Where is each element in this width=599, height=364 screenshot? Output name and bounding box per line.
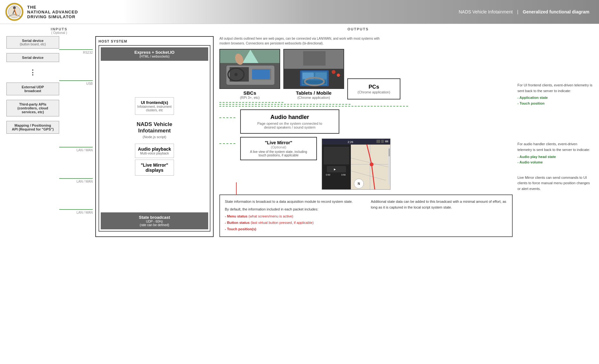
audio-handler-desc: Page opened on the system connected tode… bbox=[247, 122, 332, 129]
live-mirror-annotation: Live Mirror clients can send commands to… bbox=[517, 175, 593, 192]
header-title-area: NADS Vehicle Infotainment | Generalized … bbox=[122, 0, 599, 24]
live-mirror-row: "Live Mirror" (Optional) A live view of … bbox=[219, 137, 513, 190]
audio-annotation: For audio handler clients, event-driven … bbox=[517, 141, 593, 165]
svg-text:3:58: 3:58 bbox=[341, 174, 346, 176]
pcs-sublabel: (Chrome application) bbox=[358, 90, 390, 94]
svg-rect-31 bbox=[385, 140, 388, 142]
tablets-block: Tablets / Mobile (Chrome application) bbox=[283, 49, 344, 99]
sbcs-photo bbox=[219, 49, 280, 89]
outputs-section-label: OUTPUTS bbox=[112, 27, 593, 35]
live-mirror-optional: (Optional) bbox=[245, 145, 312, 149]
live-mirror-box: "Live Mirror" (Optional) A live view of … bbox=[240, 137, 317, 160]
input-connectors: RS232 USB LAN / WAN LAN / WAN bbox=[59, 36, 93, 237]
state-broadcast-detail: By default, the information included in … bbox=[225, 207, 361, 212]
outputs-area: All output clients outlined here are web… bbox=[216, 36, 514, 237]
svg-text:N: N bbox=[358, 182, 360, 186]
page-body: INPUTS ( Optional ) OUTPUTS Serial devic… bbox=[0, 24, 599, 243]
svg-rect-33 bbox=[324, 147, 349, 164]
state-broadcast-box: State information is broadcast to a data… bbox=[219, 194, 513, 237]
svg-text:2:26: 2:26 bbox=[348, 140, 353, 144]
audio-playback-component: Audio playback Multi-voice playback bbox=[135, 144, 174, 158]
nads-label-area: UI frontend(s) Infotainment, instrumentc… bbox=[101, 62, 208, 212]
host-system-box: HOST SYSTEM Express + Socket.IO (HTML / … bbox=[95, 36, 214, 237]
svg-rect-34 bbox=[327, 166, 346, 172]
conn2: USB bbox=[59, 80, 93, 85]
conn4: LAN / WAN bbox=[59, 178, 93, 183]
svg-point-43 bbox=[370, 162, 374, 166]
sbcs-sublabel: (RPi 3+, etc) bbox=[240, 96, 259, 99]
header-title-right: Generalized functional diagram bbox=[523, 9, 590, 14]
live-mirror-screenshot: 2:26 ▶ 0:50 3:58 bbox=[322, 138, 390, 190]
header: The National Advanced Driving Simulator … bbox=[0, 0, 599, 24]
tablets-photo bbox=[283, 49, 344, 89]
svg-rect-29 bbox=[376, 140, 380, 143]
logo-icon bbox=[5, 2, 24, 21]
state-broadcast-intro: State information is broadcast to a data… bbox=[225, 199, 361, 205]
section-labels-row: INPUTS ( Optional ) OUTPUTS bbox=[6, 27, 593, 35]
input-item-serial1: Serial device (button board, etc) bbox=[6, 36, 59, 49]
svg-text:0:50: 0:50 bbox=[326, 174, 330, 176]
audio-handler-box: Audio handler Page opened on the system … bbox=[240, 109, 339, 134]
inputs-section-label: INPUTS ( Optional ) bbox=[6, 27, 112, 35]
host-system-label: HOST SYSTEM bbox=[99, 39, 210, 43]
svg-point-24 bbox=[332, 70, 335, 74]
express-component: Express + Socket.IO (HTML / websockets) bbox=[101, 47, 208, 61]
host-inner-box: Express + Socket.IO (HTML / websockets) … bbox=[99, 45, 210, 232]
dashed-lines-area bbox=[219, 102, 513, 108]
state-broadcast-left: State information is broadcast to a data… bbox=[225, 199, 361, 233]
ui-frontend-component: UI frontend(s) Infotainment, instrumentc… bbox=[135, 97, 174, 115]
tablets-label: Tablets / Mobile bbox=[296, 90, 331, 96]
state-broadcast-component: State broadcast UDP - 60Hz(rate can be d… bbox=[101, 212, 208, 229]
live-mirror-title: "Live Mirror" bbox=[245, 140, 312, 145]
svg-rect-30 bbox=[381, 140, 384, 143]
tablets-sublabel: (Chrome application) bbox=[297, 96, 330, 99]
input-item-mapping: Mapping / PositioningAPI (Required for "… bbox=[6, 121, 59, 134]
sbcs-block: SBCs (RPi 3+, etc) bbox=[219, 49, 280, 99]
red-connector-line bbox=[236, 182, 237, 195]
svg-text:▶: ▶ bbox=[334, 168, 336, 171]
conn5: LAN / WAN bbox=[59, 209, 93, 214]
svg-rect-11 bbox=[252, 69, 270, 79]
output-photos-row: SBCs (RPi 3+, etc) bbox=[219, 49, 513, 99]
svg-rect-23 bbox=[303, 51, 326, 66]
pcs-label: PCs bbox=[358, 84, 390, 90]
svg-point-3 bbox=[13, 6, 16, 9]
live-mirror-component: "Live Mirror"displays bbox=[135, 160, 174, 176]
live-mirror-dashed-conn bbox=[219, 137, 235, 144]
header-title-separator: | bbox=[517, 9, 518, 14]
pcs-box: PCs (Chrome application) bbox=[347, 78, 400, 99]
svg-point-10 bbox=[234, 73, 238, 76]
state-broadcast-right: Additional state data can be added to th… bbox=[371, 199, 508, 233]
audio-handler-row: Audio handler Page opened on the system … bbox=[219, 109, 513, 134]
right-annotations: For UI frontend clients, event-driven te… bbox=[514, 36, 593, 237]
conn1: RS232 bbox=[59, 49, 93, 54]
state-broadcast-items: - Menu status (what screen/menu is activ… bbox=[225, 213, 361, 232]
logo-text: The National Advanced Driving Simulator bbox=[27, 5, 78, 19]
live-mirror-desc: A live view of the system state, includi… bbox=[245, 150, 312, 157]
diagram-main: Serial device (button board, etc) Serial… bbox=[6, 36, 593, 237]
inputs-column: Serial device (button board, etc) Serial… bbox=[6, 36, 59, 237]
svg-point-25 bbox=[337, 74, 340, 77]
input-item-thirdparty: Third-party APIs(controllers, cloudservi… bbox=[6, 100, 59, 116]
input-item-serial2: Serial device bbox=[6, 53, 59, 62]
input-item-udp: External UDPbroadcast bbox=[6, 83, 59, 95]
audio-dashed-conn bbox=[219, 109, 235, 118]
nads-main-label: NADS VehicleInfotainment (Node.js script… bbox=[135, 116, 174, 144]
svg-rect-47 bbox=[389, 148, 390, 156]
pcs-block: PCs (Chrome application) bbox=[347, 78, 400, 99]
ui-annotation: For UI frontend clients, event-driven te… bbox=[517, 83, 593, 106]
outputs-description: All output clients outlined here are web… bbox=[219, 36, 386, 46]
conn3: LAN / WAN bbox=[59, 147, 93, 152]
sbcs-label: SBCs bbox=[243, 90, 256, 96]
header-title-left: NADS Vehicle Infotainment bbox=[459, 9, 513, 14]
logo-area: The National Advanced Driving Simulator bbox=[0, 2, 122, 21]
audio-handler-title: Audio handler bbox=[247, 114, 332, 121]
dots-separator: ⋮ bbox=[6, 67, 59, 79]
